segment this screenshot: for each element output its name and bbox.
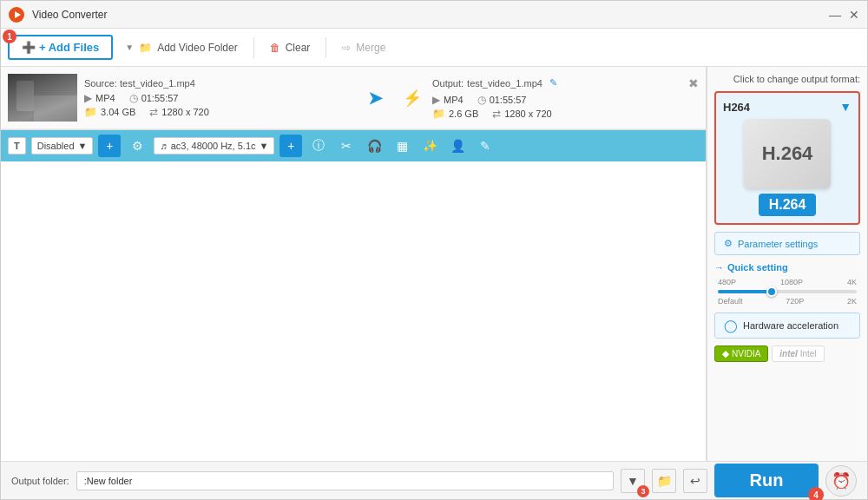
format-card[interactable]: H264 ▼ H.264 H.264: [714, 91, 860, 225]
merge-button[interactable]: ⇨ Merge: [333, 37, 394, 58]
dropdown-arrow-icon: ▼: [125, 43, 134, 52]
audio-dropdown[interactable]: ♬ ac3, 48000 Hz, 5.1c ▼: [154, 137, 274, 155]
subtitle-edit-button[interactable]: ✎: [474, 135, 496, 157]
dropdown-arrow-icon: ▼: [627, 474, 639, 488]
text-t-icon: T: [14, 141, 20, 151]
run-badge: 4: [808, 487, 824, 500]
alarm-icon: ⏰: [832, 471, 851, 490]
folder-out-icon: 📁: [432, 108, 445, 120]
add-files-icon: ➕: [22, 41, 36, 54]
lightning-section: ⚡: [399, 89, 425, 108]
add-files-label: + Add Files: [39, 41, 99, 54]
add-video-folder-button[interactable]: ▼ 📁 Add Video Folder: [116, 37, 246, 58]
title-bar: Video Converter — ✕: [1, 1, 867, 29]
intel-button[interactable]: intel Intel: [772, 345, 824, 362]
hw-accel-icon: ◯: [724, 319, 738, 332]
toolbar-divider-2: [326, 37, 326, 58]
effects-button[interactable]: ✨: [418, 135, 441, 157]
watermark-button[interactable]: 👤: [446, 135, 469, 157]
add-files-badge: 1: [3, 30, 16, 43]
dropdown-badge: 3: [637, 485, 649, 497]
add-files-button[interactable]: 1 ➕ + Add Files: [8, 35, 113, 60]
source-details-row-1: ▶ MP4 ◷ 01:55:57: [84, 92, 351, 104]
format-icon: H.264: [744, 119, 831, 188]
subtitle-value: Disabled: [37, 141, 75, 151]
source-size: 📁 3.04 GB: [84, 106, 135, 118]
cut-button[interactable]: ✂: [335, 135, 358, 157]
output-folder-label: Output folder:: [11, 476, 69, 486]
alarm-button[interactable]: ⏰: [825, 465, 857, 497]
output-resolution: ⇄ 1280 x 720: [492, 108, 551, 120]
action-bar: T Disabled ▼ + ⚙ ♬ ac3, 48000 Hz, 5.1c ▼…: [1, 130, 706, 161]
format-header: H264 ▼: [723, 100, 852, 114]
folder-icon: 📁: [139, 42, 152, 54]
subtitle-dropdown[interactable]: Disabled ▼: [31, 137, 94, 155]
open-output-button[interactable]: ↩: [683, 469, 707, 493]
format-dropdown-arrow-icon[interactable]: ▼: [839, 100, 852, 114]
file-thumbnail: [8, 74, 77, 122]
output-path-dropdown-button[interactable]: ▼ 3: [621, 469, 645, 493]
add-subtitle-button[interactable]: +: [98, 135, 121, 157]
slider-thumb[interactable]: [766, 286, 777, 297]
clear-label: Clear: [286, 42, 311, 54]
param-settings-label: Parameter settings: [738, 239, 818, 249]
output-details-row-2: 📁 2.6 GB ⇄ 1280 x 720: [432, 108, 699, 120]
slider-bottom-labels: Default 720P 2K: [718, 297, 857, 306]
close-button[interactable]: ✕: [848, 9, 860, 21]
source-details-row-2: 📁 3.04 GB ⇄ 1280 x 720: [84, 106, 351, 118]
quick-setting-arrow-icon: →: [714, 262, 724, 273]
output-filename: Output: test_video_1.mp4 ✎ ✖: [432, 76, 699, 90]
run-label: Run: [750, 470, 784, 490]
run-button[interactable]: Run 4: [714, 464, 819, 497]
minimize-button[interactable]: —: [829, 9, 841, 21]
resolution-icon: ⇄: [149, 106, 158, 118]
output-size: 📁 2.6 GB: [432, 108, 478, 120]
clock-out-icon: ◷: [477, 94, 486, 106]
settings-icon: ⚙: [724, 238, 733, 249]
quality-slider-container: 480P 1080P 4K Default 720P 2K: [714, 278, 860, 306]
window-title: Video Converter: [32, 9, 829, 21]
open-folder-icon: 📁: [657, 474, 672, 488]
intel-label: Intel: [800, 349, 817, 359]
bottom-bar: Output folder: :New folder ▼ 3 📁 ↩ Run 4…: [1, 461, 867, 499]
subtitle-type-icon: T: [8, 137, 26, 155]
hardware-acceleration-button[interactable]: ◯ Hardware acceleration: [714, 312, 860, 339]
toolbar: 1 ➕ + Add Files ▼ 📁 Add Video Folder 🗑 C…: [1, 29, 867, 67]
source-duration: ◷ 01:55:57: [129, 92, 179, 104]
add-audio-button[interactable]: +: [279, 135, 302, 157]
close-file-button[interactable]: ✖: [688, 76, 699, 90]
parameter-settings-button[interactable]: ⚙ Parameter settings: [714, 232, 860, 255]
browse-folder-button[interactable]: 📁: [652, 469, 676, 493]
output-details-row-1: ▶ MP4 ◷ 01:55:57: [432, 94, 699, 106]
gpu-buttons: ◆ NVIDIA intel Intel: [714, 345, 860, 362]
hw-accel-label: Hardware acceleration: [743, 320, 838, 331]
output-format: ▶ MP4: [432, 94, 464, 106]
clock-icon: ◷: [129, 92, 138, 104]
headphone-button[interactable]: 🎧: [363, 135, 385, 157]
slider-top-labels: 480P 1080P 4K: [718, 278, 857, 286]
file-list: Source: test_video_1.mp4 ▶ MP4 ◷ 01:55:5…: [1, 67, 706, 130]
subtitle-settings-button[interactable]: ⚙: [126, 135, 148, 157]
crop-button[interactable]: ▦: [391, 135, 413, 157]
edit-output-icon[interactable]: ✎: [549, 77, 557, 89]
lightning-icon: ⚡: [403, 89, 422, 108]
output-duration: ◷ 01:55:57: [477, 94, 527, 106]
quick-setting-label: → Quick setting: [714, 262, 860, 273]
resolution-out-icon: ⇄: [492, 108, 501, 120]
format-name: H264: [723, 101, 750, 114]
slider-track[interactable]: [718, 290, 857, 293]
nvidia-button[interactable]: ◆ NVIDIA: [714, 345, 768, 362]
output-path-field[interactable]: :New folder: [76, 471, 614, 490]
info-button[interactable]: ⓘ: [307, 135, 330, 157]
source-filename: Source: test_video_1.mp4: [84, 78, 351, 89]
source-resolution: ⇄ 1280 x 720: [149, 106, 208, 118]
left-panel: Source: test_video_1.mp4 ▶ MP4 ◷ 01:55:5…: [1, 67, 707, 461]
content-area: [1, 161, 706, 461]
quick-setting-section: → Quick setting 480P 1080P 4K Default: [714, 262, 860, 306]
clear-button[interactable]: 🗑 Clear: [261, 37, 319, 58]
add-video-folder-label: Add Video Folder: [157, 42, 238, 54]
output-info: Output: test_video_1.mp4 ✎ ✖ ▶ MP4 ◷: [432, 76, 699, 120]
subtitle-dropdown-arrow: ▼: [78, 141, 88, 151]
merge-icon: ⇨: [342, 42, 351, 54]
video-icon: ▶: [84, 92, 92, 104]
